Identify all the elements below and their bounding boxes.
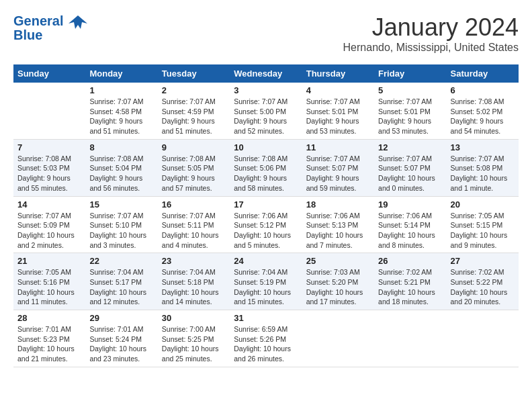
calendar-cell: 16Sunrise: 7:07 AMSunset: 5:11 PMDayligh… — [158, 196, 230, 253]
calendar-cell: 3Sunrise: 7:07 AMSunset: 5:00 PMDaylight… — [230, 83, 302, 139]
calendar-cell: 19Sunrise: 7:06 AMSunset: 5:14 PMDayligh… — [374, 196, 446, 253]
page-header: General Blue January 2024 Hernando, Miss… — [13, 13, 519, 54]
day-info: Sunrise: 7:08 AMSunset: 5:03 PMDaylight:… — [17, 154, 81, 193]
week-row-5: 28Sunrise: 7:01 AMSunset: 5:23 PMDayligh… — [13, 310, 519, 367]
calendar-cell: 17Sunrise: 7:06 AMSunset: 5:12 PMDayligh… — [230, 196, 302, 253]
calendar-cell: 11Sunrise: 7:07 AMSunset: 5:07 PMDayligh… — [302, 139, 374, 196]
calendar-cell: 18Sunrise: 7:06 AMSunset: 5:13 PMDayligh… — [302, 196, 374, 253]
day-number: 16 — [162, 199, 226, 210]
weekday-header-monday: Monday — [85, 64, 157, 83]
day-info: Sunrise: 7:07 AMSunset: 5:01 PMDaylight:… — [306, 97, 370, 136]
day-info: Sunrise: 7:01 AMSunset: 5:23 PMDaylight:… — [17, 324, 81, 364]
day-info: Sunrise: 7:08 AMSunset: 5:06 PMDaylight:… — [234, 154, 298, 193]
day-number: 30 — [162, 313, 226, 323]
day-info: Sunrise: 7:07 AMSunset: 4:58 PMDaylight:… — [89, 97, 153, 136]
day-number: 19 — [378, 199, 442, 210]
day-number: 8 — [89, 142, 153, 152]
calendar-cell — [13, 83, 85, 139]
calendar-cell: 27Sunrise: 7:02 AMSunset: 5:22 PMDayligh… — [447, 253, 519, 310]
location: Hernando, Mississippi, United States — [343, 42, 519, 54]
day-info: Sunrise: 7:06 AMSunset: 5:14 PMDaylight:… — [378, 211, 442, 250]
svg-marker-0 — [69, 15, 87, 29]
day-number: 27 — [451, 256, 515, 266]
calendar-cell: 2Sunrise: 7:07 AMSunset: 4:59 PMDaylight… — [158, 83, 230, 139]
day-number: 15 — [89, 199, 153, 210]
logo-general: General — [13, 13, 63, 28]
calendar-cell: 15Sunrise: 7:07 AMSunset: 5:10 PMDayligh… — [85, 196, 157, 253]
day-number: 7 — [17, 142, 81, 152]
calendar-table: SundayMondayTuesdayWednesdayThursdayFrid… — [13, 64, 519, 367]
day-info: Sunrise: 7:07 AMSunset: 5:07 PMDaylight:… — [306, 154, 370, 193]
title-block: January 2024 Hernando, Mississippi, Unit… — [343, 13, 519, 54]
day-info: Sunrise: 7:07 AMSunset: 5:11 PMDaylight:… — [162, 211, 226, 250]
calendar-cell: 4Sunrise: 7:07 AMSunset: 5:01 PMDaylight… — [302, 83, 374, 139]
calendar-cell — [302, 310, 374, 367]
calendar-cell: 10Sunrise: 7:08 AMSunset: 5:06 PMDayligh… — [230, 139, 302, 196]
day-number: 26 — [378, 256, 442, 266]
day-number: 31 — [234, 313, 298, 323]
calendar-cell: 14Sunrise: 7:07 AMSunset: 5:09 PMDayligh… — [13, 196, 85, 253]
calendar-cell: 31Sunrise: 6:59 AMSunset: 5:26 PMDayligh… — [230, 310, 302, 367]
day-number: 25 — [306, 256, 370, 266]
day-number: 28 — [17, 313, 81, 323]
calendar-cell: 22Sunrise: 7:04 AMSunset: 5:17 PMDayligh… — [85, 253, 157, 310]
day-info: Sunrise: 7:02 AMSunset: 5:22 PMDaylight:… — [451, 267, 515, 307]
day-info: Sunrise: 6:59 AMSunset: 5:26 PMDaylight:… — [234, 324, 298, 364]
calendar-cell: 12Sunrise: 7:07 AMSunset: 5:07 PMDayligh… — [374, 139, 446, 196]
calendar-cell: 9Sunrise: 7:08 AMSunset: 5:05 PMDaylight… — [158, 139, 230, 196]
day-number: 11 — [306, 142, 370, 152]
weekday-header-saturday: Saturday — [447, 64, 519, 83]
weekday-header-friday: Friday — [374, 64, 446, 83]
day-info: Sunrise: 7:07 AMSunset: 5:01 PMDaylight:… — [378, 97, 442, 136]
day-info: Sunrise: 7:07 AMSunset: 5:09 PMDaylight:… — [17, 211, 81, 250]
day-info: Sunrise: 7:00 AMSunset: 5:25 PMDaylight:… — [162, 324, 226, 364]
calendar-cell: 6Sunrise: 7:08 AMSunset: 5:02 PMDaylight… — [447, 83, 519, 139]
day-info: Sunrise: 7:05 AMSunset: 5:15 PMDaylight:… — [451, 211, 515, 250]
day-number: 18 — [306, 199, 370, 210]
day-info: Sunrise: 7:08 AMSunset: 5:05 PMDaylight:… — [162, 154, 226, 193]
calendar-cell: 25Sunrise: 7:03 AMSunset: 5:20 PMDayligh… — [302, 253, 374, 310]
day-number: 5 — [378, 85, 442, 95]
calendar-cell: 30Sunrise: 7:00 AMSunset: 5:25 PMDayligh… — [158, 310, 230, 367]
day-info: Sunrise: 7:05 AMSunset: 5:16 PMDaylight:… — [17, 267, 81, 307]
weekday-header-row: SundayMondayTuesdayWednesdayThursdayFrid… — [13, 64, 519, 83]
day-info: Sunrise: 7:06 AMSunset: 5:13 PMDaylight:… — [306, 211, 370, 250]
calendar-cell: 20Sunrise: 7:05 AMSunset: 5:15 PMDayligh… — [447, 196, 519, 253]
weekday-header-sunday: Sunday — [13, 64, 85, 83]
day-number: 6 — [451, 85, 515, 95]
logo: General Blue — [13, 13, 87, 43]
week-row-3: 14Sunrise: 7:07 AMSunset: 5:09 PMDayligh… — [13, 196, 519, 253]
day-number: 24 — [234, 256, 298, 266]
day-info: Sunrise: 7:03 AMSunset: 5:20 PMDaylight:… — [306, 267, 370, 307]
weekday-header-tuesday: Tuesday — [158, 64, 230, 83]
day-number: 10 — [234, 142, 298, 152]
calendar-cell — [447, 310, 519, 367]
day-number: 21 — [17, 256, 81, 266]
day-number: 13 — [451, 142, 515, 152]
calendar-cell: 8Sunrise: 7:08 AMSunset: 5:04 PMDaylight… — [85, 139, 157, 196]
day-info: Sunrise: 7:07 AMSunset: 5:10 PMDaylight:… — [89, 211, 153, 250]
calendar-cell — [374, 310, 446, 367]
logo-bird-icon — [69, 14, 87, 30]
calendar-cell: 13Sunrise: 7:07 AMSunset: 5:08 PMDayligh… — [447, 139, 519, 196]
day-number: 9 — [162, 142, 226, 152]
week-row-1: 1Sunrise: 7:07 AMSunset: 4:58 PMDaylight… — [13, 83, 519, 139]
day-info: Sunrise: 7:04 AMSunset: 5:18 PMDaylight:… — [162, 267, 226, 307]
day-number: 12 — [378, 142, 442, 152]
day-info: Sunrise: 7:01 AMSunset: 5:24 PMDaylight:… — [89, 324, 153, 364]
calendar-cell: 21Sunrise: 7:05 AMSunset: 5:16 PMDayligh… — [13, 253, 85, 310]
day-info: Sunrise: 7:08 AMSunset: 5:02 PMDaylight:… — [451, 97, 515, 136]
calendar-cell: 5Sunrise: 7:07 AMSunset: 5:01 PMDaylight… — [374, 83, 446, 139]
week-row-4: 21Sunrise: 7:05 AMSunset: 5:16 PMDayligh… — [13, 253, 519, 310]
day-number: 22 — [89, 256, 153, 266]
day-number: 29 — [89, 313, 153, 323]
day-number: 17 — [234, 199, 298, 210]
week-row-2: 7Sunrise: 7:08 AMSunset: 5:03 PMDaylight… — [13, 139, 519, 196]
day-info: Sunrise: 7:08 AMSunset: 5:04 PMDaylight:… — [89, 154, 153, 193]
day-info: Sunrise: 7:07 AMSunset: 4:59 PMDaylight:… — [162, 97, 226, 136]
calendar-cell: 7Sunrise: 7:08 AMSunset: 5:03 PMDaylight… — [13, 139, 85, 196]
calendar-cell: 29Sunrise: 7:01 AMSunset: 5:24 PMDayligh… — [85, 310, 157, 367]
day-info: Sunrise: 7:06 AMSunset: 5:12 PMDaylight:… — [234, 211, 298, 250]
day-number: 14 — [17, 199, 81, 210]
calendar-cell: 28Sunrise: 7:01 AMSunset: 5:23 PMDayligh… — [13, 310, 85, 367]
